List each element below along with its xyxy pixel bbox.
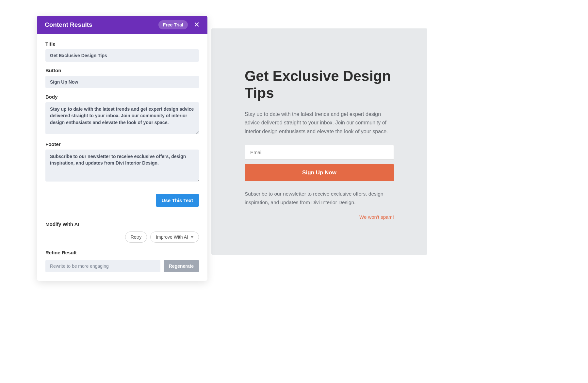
email-field[interactable] (245, 145, 394, 160)
title-input[interactable] (45, 49, 199, 62)
body-textarea[interactable]: Stay up to date with the latest trends a… (45, 102, 199, 134)
improve-button-label: Improve With AI (156, 234, 188, 240)
no-spam-text: We won't spam! (245, 214, 394, 220)
footer-label: Footer (45, 141, 199, 147)
improve-with-ai-button[interactable]: Improve With AI (150, 231, 199, 243)
body-label: Body (45, 94, 199, 100)
panel-header: Content Results Free Trial ✕ (37, 16, 207, 34)
footer-textarea[interactable]: Subscribe to our newsletter to receive e… (45, 150, 199, 182)
regenerate-button[interactable]: Regenerate (164, 260, 199, 272)
panel-title: Content Results (45, 21, 92, 28)
title-label: Title (45, 41, 199, 47)
retry-button[interactable]: Retry (125, 231, 147, 243)
close-icon[interactable]: ✕ (192, 21, 201, 29)
preview-body-text: Stay up to date with the latest trends a… (245, 110, 394, 136)
button-label: Button (45, 68, 199, 73)
preview-pane: Get Exclusive Design Tips Stay up to dat… (211, 28, 427, 255)
chevron-down-icon (191, 236, 193, 238)
refine-result-label: Refine Result (45, 250, 199, 255)
retry-button-label: Retry (131, 234, 141, 240)
preview-title: Get Exclusive Design Tips (245, 68, 394, 102)
free-trial-badge[interactable]: Free Trial (158, 20, 188, 29)
signup-button[interactable]: Sign Up Now (245, 164, 394, 181)
preview-footer-text: Subscribe to our newsletter to receive e… (245, 190, 394, 206)
use-this-text-button[interactable]: Use This Text (156, 194, 199, 207)
refine-input[interactable] (45, 260, 160, 272)
modify-with-ai-label: Modify With AI (45, 221, 199, 227)
button-text-input[interactable] (45, 76, 199, 88)
content-results-panel: Content Results Free Trial ✕ Title Butto… (37, 16, 207, 281)
